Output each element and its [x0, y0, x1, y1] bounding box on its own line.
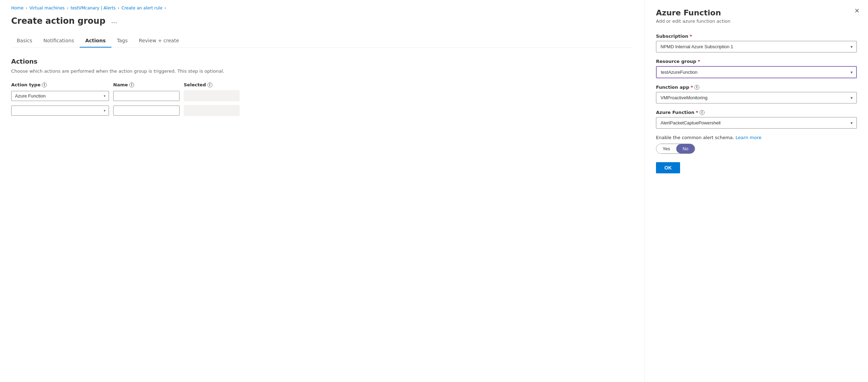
- azure-function-info-icon[interactable]: i: [700, 110, 705, 115]
- more-options-button[interactable]: …: [109, 17, 119, 26]
- name-input-1[interactable]: [113, 91, 180, 101]
- panel-title: Azure Function: [656, 8, 857, 17]
- azure-function-dropdown-wrap: AlertPacketCaptuePowershell ▾: [656, 117, 857, 129]
- col-header-selected: Selected i: [184, 82, 240, 87]
- subscription-select[interactable]: NPMD Internal Azure Subscription 1: [656, 41, 857, 52]
- breadcrumb: Home › Virtual machines › testVMcanary |…: [11, 6, 633, 10]
- section-title: Actions: [11, 58, 633, 65]
- selected-cell-2: [184, 105, 240, 116]
- function-app-select[interactable]: VMProactiveMonitoring: [656, 92, 857, 103]
- table-header: Action type i Name i Selected i: [11, 82, 633, 87]
- tab-notifications[interactable]: Notifications: [38, 34, 80, 48]
- tab-basics[interactable]: Basics: [11, 34, 38, 48]
- right-panel: ✕ Azure Function Add or edit azure funct…: [644, 0, 868, 382]
- enable-schema-section: Enable the common alert schema. Learn mo…: [656, 135, 857, 154]
- section-description: Choose which actions are performed when …: [11, 69, 633, 74]
- resource-group-label: Resource group *: [656, 59, 857, 64]
- resource-group-dropdown-wrap: testAzureFunction ▾: [656, 66, 857, 78]
- action-type-info-icon[interactable]: i: [42, 82, 47, 87]
- subscription-label: Subscription *: [656, 34, 857, 39]
- breadcrumb-vms[interactable]: Virtual machines: [29, 6, 65, 10]
- tab-review-create[interactable]: Review + create: [133, 34, 185, 48]
- resource-group-select[interactable]: testAzureFunction: [656, 66, 857, 78]
- toggle-no-button[interactable]: No: [676, 144, 695, 153]
- toggle-yes-button[interactable]: Yes: [656, 144, 676, 153]
- selected-info-icon[interactable]: i: [207, 82, 212, 87]
- page-title-row: Create action group …: [11, 16, 633, 26]
- function-app-info-icon[interactable]: i: [694, 85, 699, 90]
- breadcrumb-alerts[interactable]: testVMcanary | Alerts: [71, 6, 116, 10]
- tab-actions[interactable]: Actions: [80, 34, 111, 48]
- col-header-name: Name i: [113, 82, 180, 87]
- col-header-action-type: Action type i: [11, 82, 109, 87]
- function-app-dropdown-wrap: VMProactiveMonitoring ▾: [656, 92, 857, 103]
- enable-schema-label: Enable the common alert schema. Learn mo…: [656, 135, 857, 140]
- function-app-field: Function app * i VMProactiveMonitoring ▾: [656, 85, 857, 103]
- tab-tags[interactable]: Tags: [111, 34, 133, 48]
- toggle-group: Yes No: [656, 144, 695, 154]
- azure-function-field: Azure Function * i AlertPacketCaptuePowe…: [656, 110, 857, 129]
- panel-subtitle: Add or edit azure function action: [656, 19, 857, 24]
- page-title: Create action group: [11, 16, 105, 26]
- learn-more-link[interactable]: Learn more: [736, 135, 761, 140]
- ok-button[interactable]: OK: [656, 162, 680, 173]
- left-panel: Home › Virtual machines › testVMcanary |…: [0, 0, 644, 382]
- tabs: Basics Notifications Actions Tags Review…: [11, 34, 633, 48]
- breadcrumb-create-rule[interactable]: Create an alert rule: [122, 6, 162, 10]
- selected-cell-1: [184, 90, 240, 101]
- name-info-icon[interactable]: i: [129, 82, 134, 87]
- action-type-select-2[interactable]: Automation Runbook Azure Function Event …: [11, 106, 109, 116]
- table-row: Azure Function Automation Runbook Azure …: [11, 90, 633, 101]
- resource-group-field: Resource group * testAzureFunction ▾: [656, 59, 857, 78]
- name-input-2[interactable]: [113, 106, 180, 116]
- subscription-dropdown-wrap: NPMD Internal Azure Subscription 1 ▾: [656, 41, 857, 52]
- action-type-select-wrap-1: Azure Function Automation Runbook Azure …: [11, 91, 109, 101]
- action-type-select-1[interactable]: Azure Function Automation Runbook Azure …: [11, 91, 109, 101]
- azure-function-select[interactable]: AlertPacketCaptuePowershell: [656, 117, 857, 129]
- subscription-field: Subscription * NPMD Internal Azure Subsc…: [656, 34, 857, 52]
- table-row: Automation Runbook Azure Function Event …: [11, 105, 633, 116]
- action-type-select-wrap-2: Automation Runbook Azure Function Event …: [11, 106, 109, 116]
- azure-function-label: Azure Function * i: [656, 110, 857, 115]
- function-app-label: Function app * i: [656, 85, 857, 90]
- breadcrumb-home[interactable]: Home: [11, 6, 23, 10]
- close-button[interactable]: ✕: [854, 7, 860, 15]
